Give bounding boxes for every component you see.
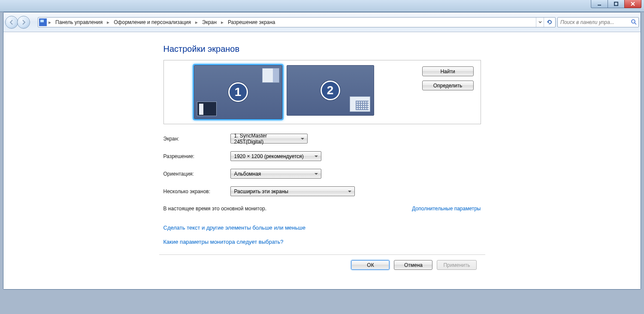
dialog-footer: ОК Отмена Применить <box>159 254 485 277</box>
svg-point-2 <box>632 20 635 23</box>
content-area: Настройки экранов 1 2 Найти Определить <box>3 32 641 289</box>
apply-button[interactable]: Применить <box>437 260 476 270</box>
chevron-right-icon[interactable]: ▸ <box>194 19 199 25</box>
orientation-dropdown[interactable]: Альбомная <box>230 169 321 179</box>
breadcrumb-item[interactable]: Экран <box>200 18 219 27</box>
search-box[interactable] <box>557 17 639 27</box>
display-icon <box>39 18 47 26</box>
main-monitor-status: В настоящее время это основной монитор. <box>163 206 267 212</box>
orientation-label: Ориентация: <box>163 171 230 177</box>
address-dropdown[interactable] <box>536 18 544 27</box>
minimize-button[interactable] <box>591 0 608 8</box>
identify-button[interactable]: Определить <box>422 81 474 90</box>
back-button[interactable] <box>5 16 18 29</box>
chevron-right-icon[interactable]: ▸ <box>48 19 52 25</box>
breadcrumb-item[interactable]: Разрешение экрана <box>225 18 278 27</box>
grid-thumb-icon <box>350 96 370 112</box>
multiple-displays-dropdown[interactable]: Расширить эти экраны <box>230 186 355 196</box>
multiple-displays-label: Несколько экранов: <box>163 188 230 194</box>
main-panel: Настройки экранов 1 2 Найти Определить <box>159 32 485 289</box>
close-button[interactable] <box>624 0 641 8</box>
address-bar[interactable]: ▸ Панель управления ▸ Оформление и персо… <box>38 17 556 27</box>
display-dropdown-value: 1. SyncMaster 245T(Digital) <box>234 133 298 145</box>
search-icon <box>631 19 637 26</box>
which-settings-link[interactable]: Какие параметры монитора следует выбрать… <box>163 239 481 245</box>
monitor-arrangement-box[interactable]: 1 2 Найти Определить <box>163 60 481 124</box>
breadcrumb-item[interactable]: Оформление и персонализация <box>111 18 194 27</box>
maximize-icon <box>614 1 619 6</box>
detect-button[interactable]: Найти <box>422 66 474 76</box>
monitor-2[interactable]: 2 <box>287 65 374 116</box>
svg-rect-1 <box>614 2 618 6</box>
search-input[interactable] <box>559 19 637 26</box>
refresh-button[interactable] <box>544 18 555 27</box>
svg-rect-0 <box>598 5 601 6</box>
text-size-link[interactable]: Сделать текст и другие элементы больше и… <box>163 224 481 231</box>
display-dropdown[interactable]: 1. SyncMaster 245T(Digital) <box>230 134 308 144</box>
resolution-dropdown[interactable]: 1920 × 1200 (рекомендуется) <box>230 151 321 161</box>
display-label: Экран: <box>163 136 230 142</box>
resolution-dropdown-value: 1920 × 1200 (рекомендуется) <box>234 153 304 159</box>
forward-button[interactable] <box>17 16 30 29</box>
toolbar: ▸ Панель управления ▸ Оформление и персо… <box>3 12 641 32</box>
monitor-1[interactable]: 1 <box>194 65 282 119</box>
chevron-right-icon[interactable]: ▸ <box>106 19 110 25</box>
multiple-displays-dropdown-value: Расширить эти экраны <box>234 188 288 194</box>
resolution-label: Разрешение: <box>163 153 230 159</box>
minimize-icon <box>597 1 602 6</box>
refresh-icon <box>547 19 553 25</box>
monitor-number-badge: 1 <box>228 82 248 102</box>
window-thumb-icon <box>197 102 217 116</box>
ok-button[interactable]: ОК <box>351 260 390 270</box>
window-thumb-icon <box>262 68 279 83</box>
chevron-down-icon <box>538 21 542 24</box>
svg-line-3 <box>635 23 636 24</box>
titlebar <box>0 0 644 12</box>
nav-buttons <box>5 15 36 30</box>
cancel-button[interactable]: Отмена <box>394 260 432 270</box>
orientation-dropdown-value: Альбомная <box>234 171 261 177</box>
page-title: Настройки экранов <box>163 44 481 54</box>
close-icon <box>630 1 635 6</box>
breadcrumb-item[interactable]: Панель управления <box>53 18 105 27</box>
chevron-right-icon[interactable]: ▸ <box>220 19 224 25</box>
window: ▸ Панель управления ▸ Оформление и персо… <box>3 12 641 290</box>
back-arrow-icon <box>9 19 15 25</box>
advanced-settings-link[interactable]: Дополнительные параметры <box>412 206 481 212</box>
maximize-button[interactable] <box>608 0 625 8</box>
monitor-number-badge: 2 <box>320 81 340 100</box>
forward-arrow-icon <box>21 19 27 25</box>
